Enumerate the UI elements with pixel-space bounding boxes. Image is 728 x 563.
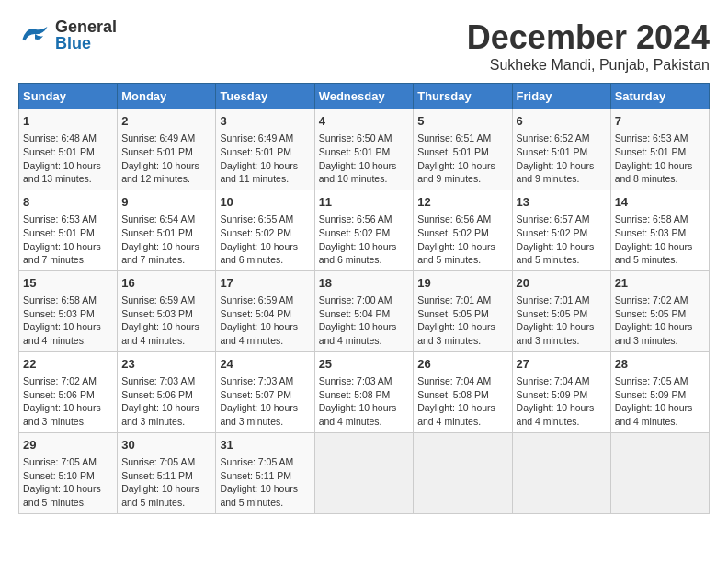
calendar-header-row: Sunday Monday Tuesday Wednesday Thursday… [19, 84, 710, 109]
sunrise-text: Sunrise: 7:01 AM [517, 294, 590, 305]
daylight-text: Daylight: 10 hours and 5 minutes. [517, 241, 595, 266]
daylight-text: Daylight: 10 hours and 4 minutes. [417, 402, 495, 427]
day-number: 13 [517, 194, 607, 211]
table-row: 17Sunrise: 6:59 AMSunset: 5:04 PMDayligh… [216, 270, 314, 351]
sunrise-text: Sunrise: 7:01 AM [417, 294, 491, 305]
table-row: 20Sunrise: 7:01 AMSunset: 5:05 PMDayligh… [512, 270, 610, 351]
sunset-text: Sunset: 5:03 PM [121, 308, 193, 319]
sunset-text: Sunset: 5:04 PM [220, 308, 291, 319]
sunset-text: Sunset: 5:02 PM [417, 227, 489, 238]
col-tuesday: Tuesday [216, 84, 314, 109]
calendar-week-row: 29Sunrise: 7:05 AMSunset: 5:10 PMDayligh… [19, 432, 710, 513]
sunrise-text: Sunrise: 6:51 AM [417, 132, 491, 144]
sunrise-text: Sunrise: 7:05 AM [615, 375, 688, 386]
sunset-text: Sunset: 5:01 PM [23, 146, 95, 157]
sunrise-text: Sunrise: 7:02 AM [615, 294, 688, 305]
sunrise-text: Sunrise: 6:59 AM [220, 294, 293, 305]
table-row: 27Sunrise: 7:04 AMSunset: 5:09 PMDayligh… [512, 351, 610, 432]
sunrise-text: Sunrise: 7:05 AM [121, 456, 195, 467]
daylight-text: Daylight: 10 hours and 4 minutes. [220, 321, 298, 346]
day-number: 21 [615, 275, 705, 292]
day-number: 31 [220, 437, 310, 454]
sunrise-text: Sunrise: 6:59 AM [121, 294, 195, 305]
day-number: 14 [615, 194, 705, 211]
calendar-week-row: 1Sunrise: 6:48 AMSunset: 5:01 PMDaylight… [19, 109, 710, 190]
table-row: 26Sunrise: 7:04 AMSunset: 5:08 PMDayligh… [414, 351, 512, 432]
table-row: 13Sunrise: 6:57 AMSunset: 5:02 PMDayligh… [512, 190, 610, 270]
table-row: 11Sunrise: 6:56 AMSunset: 5:02 PMDayligh… [314, 190, 414, 270]
day-number: 28 [615, 356, 705, 373]
table-row: 9Sunrise: 6:54 AMSunset: 5:01 PMDaylight… [118, 190, 216, 270]
table-row: 15Sunrise: 6:58 AMSunset: 5:03 PMDayligh… [19, 270, 118, 351]
day-number: 4 [319, 113, 410, 130]
sunset-text: Sunset: 5:03 PM [23, 308, 95, 319]
sunset-text: Sunset: 5:05 PM [517, 308, 588, 319]
sunset-text: Sunset: 5:11 PM [220, 470, 291, 481]
daylight-text: Daylight: 10 hours and 6 minutes. [319, 241, 397, 266]
sunrise-text: Sunrise: 7:04 AM [417, 375, 491, 386]
daylight-text: Daylight: 10 hours and 13 minutes. [23, 160, 101, 185]
sunset-text: Sunset: 5:09 PM [615, 389, 687, 400]
sunrise-text: Sunrise: 6:49 AM [121, 132, 195, 144]
sunset-text: Sunset: 5:03 PM [615, 227, 687, 238]
table-row: 23Sunrise: 7:03 AMSunset: 5:06 PMDayligh… [118, 351, 216, 432]
day-number: 29 [23, 437, 113, 454]
logo-blue: Blue [55, 35, 117, 52]
daylight-text: Daylight: 10 hours and 3 minutes. [23, 402, 101, 427]
table-row [414, 432, 512, 513]
sunset-text: Sunset: 5:01 PM [615, 146, 687, 157]
day-number: 3 [220, 113, 310, 130]
sunrise-text: Sunrise: 6:56 AM [319, 213, 392, 224]
sunset-text: Sunset: 5:01 PM [121, 227, 193, 238]
day-number: 16 [121, 275, 211, 292]
table-row: 4Sunrise: 6:50 AMSunset: 5:01 PMDaylight… [314, 109, 414, 190]
day-number: 26 [417, 356, 507, 373]
sunset-text: Sunset: 5:06 PM [121, 389, 193, 400]
daylight-text: Daylight: 10 hours and 4 minutes. [319, 402, 397, 427]
page-header: General Blue December 2024 Sukheke Mandi… [18, 18, 710, 74]
daylight-text: Daylight: 10 hours and 4 minutes. [121, 321, 199, 346]
sunrise-text: Sunrise: 7:03 AM [319, 375, 392, 386]
table-row [314, 432, 414, 513]
table-row: 2Sunrise: 6:49 AMSunset: 5:01 PMDaylight… [118, 109, 216, 190]
sunset-text: Sunset: 5:06 PM [23, 389, 95, 400]
calendar-week-row: 15Sunrise: 6:58 AMSunset: 5:03 PMDayligh… [19, 270, 710, 351]
sunset-text: Sunset: 5:01 PM [23, 227, 95, 238]
sunrise-text: Sunrise: 6:53 AM [615, 132, 688, 144]
sunrise-text: Sunrise: 7:03 AM [220, 375, 293, 386]
sunrise-text: Sunrise: 7:05 AM [220, 456, 293, 467]
day-number: 18 [319, 275, 410, 292]
table-row: 21Sunrise: 7:02 AMSunset: 5:05 PMDayligh… [610, 270, 709, 351]
table-row [512, 432, 610, 513]
sunrise-text: Sunrise: 6:52 AM [517, 132, 590, 144]
calendar-table: Sunday Monday Tuesday Wednesday Thursday… [18, 83, 710, 514]
daylight-text: Daylight: 10 hours and 3 minutes. [417, 321, 495, 346]
daylight-text: Daylight: 10 hours and 6 minutes. [220, 241, 298, 266]
daylight-text: Daylight: 10 hours and 3 minutes. [121, 402, 199, 427]
table-row: 5Sunrise: 6:51 AMSunset: 5:01 PMDaylight… [414, 109, 512, 190]
sunset-text: Sunset: 5:02 PM [220, 227, 291, 238]
table-row: 28Sunrise: 7:05 AMSunset: 5:09 PMDayligh… [610, 351, 709, 432]
table-row: 10Sunrise: 6:55 AMSunset: 5:02 PMDayligh… [216, 190, 314, 270]
sunrise-text: Sunrise: 7:02 AM [23, 375, 97, 386]
daylight-text: Daylight: 10 hours and 7 minutes. [23, 241, 101, 266]
sunrise-text: Sunrise: 7:04 AM [517, 375, 590, 386]
day-number: 22 [23, 356, 113, 373]
daylight-text: Daylight: 10 hours and 10 minutes. [319, 160, 397, 185]
sunrise-text: Sunrise: 6:53 AM [23, 213, 97, 224]
day-number: 10 [220, 194, 310, 211]
table-row: 18Sunrise: 7:00 AMSunset: 5:04 PMDayligh… [314, 270, 414, 351]
col-sunday: Sunday [19, 84, 118, 109]
sunset-text: Sunset: 5:08 PM [417, 389, 489, 400]
day-number: 30 [121, 437, 211, 454]
sunset-text: Sunset: 5:11 PM [121, 470, 193, 481]
daylight-text: Daylight: 10 hours and 4 minutes. [517, 402, 595, 427]
sunset-text: Sunset: 5:04 PM [319, 308, 391, 319]
col-saturday: Saturday [610, 84, 709, 109]
table-row: 30Sunrise: 7:05 AMSunset: 5:11 PMDayligh… [118, 432, 216, 513]
day-number: 8 [23, 194, 113, 211]
sunrise-text: Sunrise: 7:03 AM [121, 375, 195, 386]
day-number: 5 [417, 113, 507, 130]
day-number: 7 [615, 113, 705, 130]
sunrise-text: Sunrise: 6:58 AM [23, 294, 97, 305]
